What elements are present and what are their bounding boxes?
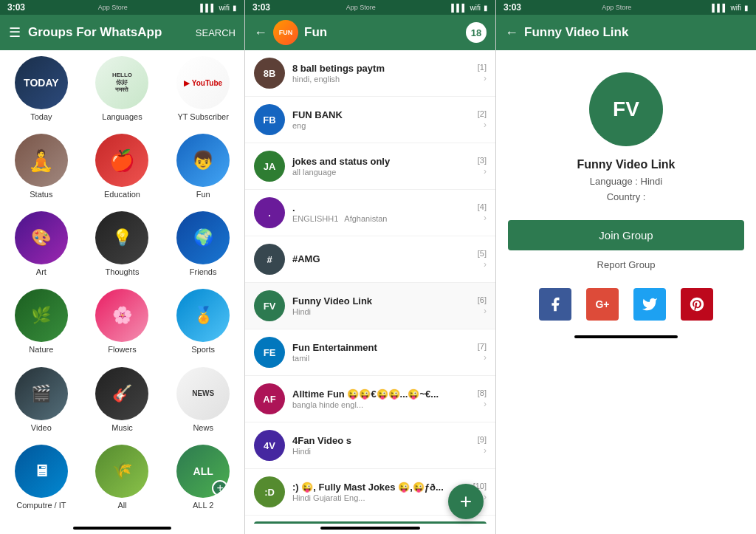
report-group-button[interactable]: Report Group <box>496 253 756 276</box>
category-music[interactable]: 🎸 Music <box>84 367 161 440</box>
category-yt[interactable]: ▶ YouTube YT Subscriber <box>165 56 241 129</box>
category-all[interactable]: 🌾 All <box>84 445 161 518</box>
group-item-5[interactable]: # #AMG [5] › <box>245 236 495 283</box>
group-item-1[interactable]: 8B 8 ball betings paytm hindi, english [… <box>245 50 495 97</box>
group-meta-5: [5] › <box>478 249 487 270</box>
video-emoji: 🎬 <box>31 384 51 403</box>
status-emoji: 🧘 <box>28 148 54 173</box>
group-meta-2: [2] › <box>478 109 487 130</box>
group-sub-9: Hindi <box>292 447 478 456</box>
group-meta-4: [4] › <box>478 202 487 223</box>
category-friends[interactable]: 🌍 Friends <box>165 211 241 284</box>
category-flowers[interactable]: 🌸 Flowers <box>84 289 161 362</box>
back-icon-2[interactable]: ← <box>254 25 267 41</box>
category-label-flowers: Flowers <box>108 345 137 354</box>
category-thumb-flowers: 🌸 <box>95 289 148 342</box>
battery-icon-2: ▮ <box>484 4 488 12</box>
group-item-6[interactable]: FV Funny Video Link Hindi [6] › <box>245 283 495 329</box>
signal-icon: ▌▌▌ <box>200 4 216 12</box>
pinterest-icon[interactable] <box>681 288 713 321</box>
detail-title: Funny Video Link <box>524 25 747 40</box>
load-more-button[interactable]: Load More <box>254 521 487 524</box>
home-indicator-3 <box>574 335 678 338</box>
category-languages[interactable]: HELLO你好नमस्ते Languages <box>84 56 161 129</box>
battery-icon-3: ▮ <box>744 4 749 12</box>
category-status[interactable]: 🧘 Status <box>3 134 80 207</box>
group-name-8: Alltime Fun 😜😜€😜😜...😜~€... <box>292 388 478 400</box>
group-item-9[interactable]: 4V 4Fan Video s Hindi [9] › <box>245 422 495 469</box>
group-info-8: Alltime Fun 😜😜€😜😜...😜~€... bangla hinde … <box>292 388 478 409</box>
category-thumb-video: 🎬 <box>15 367 68 420</box>
nature-emoji: 🌿 <box>31 306 51 325</box>
twitter-icon[interactable] <box>633 288 666 321</box>
group-item-2[interactable]: FB FUN BANK eng [2] › <box>245 97 495 143</box>
group-sub-4a: ENGLISHH1 <box>292 214 338 223</box>
group-name-10: :) 😜, Fully Mast Jokes 😜,😜ƒð... <box>292 482 473 493</box>
category-fun[interactable]: 👦 Fun <box>165 134 241 207</box>
detail-language: Language : Hindi <box>508 174 744 190</box>
category-label-today: Today <box>30 112 52 121</box>
group-avatar-2: FB <box>254 104 285 135</box>
group-info-2: FUN BANK eng <box>292 109 478 130</box>
group-avatar-10: :D <box>254 476 285 507</box>
home-indicator-1 <box>73 527 171 530</box>
group-avatar-8: AF <box>254 383 285 414</box>
hamburger-icon[interactable]: ☰ <box>9 24 21 41</box>
group-meta-9: [9] › <box>478 435 487 456</box>
group-sub-6: Hindi <box>292 307 478 316</box>
group-name-4: . <box>292 202 478 213</box>
join-group-button[interactable]: Join Group <box>508 220 744 250</box>
lang-label-thumb: HELLO你好नमस्ते <box>109 69 135 97</box>
category-thumb-friends: 🌍 <box>176 211 230 264</box>
category-sports[interactable]: 🏅 Sports <box>165 289 241 362</box>
category-label-all: All <box>117 501 126 510</box>
group-meta-7: [7] › <box>478 342 487 363</box>
group-item-4[interactable]: . . ENGLISHH1 Afghanistan [4] › <box>245 190 495 236</box>
category-thoughts[interactable]: 💡 Thoughts <box>84 211 161 284</box>
social-icons-row: G+ <box>496 276 756 332</box>
status-bar-3: 3:03 App Store ▌▌▌ wifi ▮ <box>496 0 756 15</box>
category-today[interactable]: TODAY Today <box>3 56 80 129</box>
group-avatar-3: JA <box>254 151 285 182</box>
category-label-yt: YT Subscriber <box>177 112 229 121</box>
group-avatar-4: . <box>254 197 285 228</box>
category-computer[interactable]: 🖥 Computre / IT <box>3 445 80 518</box>
category-label-video: Video <box>31 423 52 432</box>
group-meta-3: [3] › <box>478 156 487 177</box>
category-thumb-nature: 🌿 <box>15 289 68 342</box>
fun-avatar: FUN <box>273 20 298 45</box>
category-nature[interactable]: 🌿 Nature <box>3 289 80 362</box>
yt-label-thumb: ▶ YouTube <box>184 79 222 87</box>
category-all2[interactable]: ALL + ALL 2 <box>165 445 241 518</box>
category-news[interactable]: NEWS News <box>165 367 241 440</box>
back-icon-3[interactable]: ← <box>505 25 518 41</box>
music-emoji: 🎸 <box>112 384 132 403</box>
category-thumb-today: TODAY <box>15 56 68 109</box>
category-art[interactable]: 🎨 Art <box>3 211 80 284</box>
group-item-7[interactable]: FE Fun Entertainment tamil [7] › <box>245 329 495 376</box>
panel-main: 3:03 App Store ▌▌▌ wifi ▮ ☰ Groups For W… <box>0 0 245 534</box>
category-education[interactable]: 🍎 Education <box>84 134 161 207</box>
group-item-8[interactable]: AF Alltime Fun 😜😜€😜😜...😜~€... bangla hin… <box>245 376 495 422</box>
art-emoji: 🎨 <box>31 228 51 247</box>
group-avatar-5: # <box>254 244 285 275</box>
fab-button-2[interactable]: + <box>448 484 484 519</box>
education-emoji: 🍎 <box>109 148 135 173</box>
category-video[interactable]: 🎬 Video <box>3 367 80 440</box>
search-action[interactable]: SEARCH <box>196 27 236 38</box>
group-sub-7: tamil <box>292 354 478 363</box>
detail-avatar: FV <box>589 72 663 146</box>
facebook-icon[interactable] <box>539 288 571 321</box>
category-label-news: News <box>193 423 213 432</box>
group-sub-4b: Afghanistan <box>344 214 387 223</box>
group-name-9: 4Fan Video s <box>292 435 478 446</box>
group-item-3[interactable]: JA jokes and status only all language [3… <box>245 143 495 190</box>
googleplus-icon[interactable]: G+ <box>586 288 619 321</box>
group-info-3: jokes and status only all language <box>292 156 478 177</box>
group-sub-4: ENGLISHH1 Afghanistan <box>292 214 478 223</box>
category-grid: TODAY Today HELLO你好नमस्ते Languages ▶ Yo… <box>0 50 244 524</box>
group-name-6: Funny Video Link <box>292 295 478 307</box>
sys-icons-3: ▌▌▌ wifi ▮ <box>712 4 749 12</box>
group-num-2: [2] <box>478 109 487 118</box>
group-meta-6: [6] › <box>478 295 487 316</box>
